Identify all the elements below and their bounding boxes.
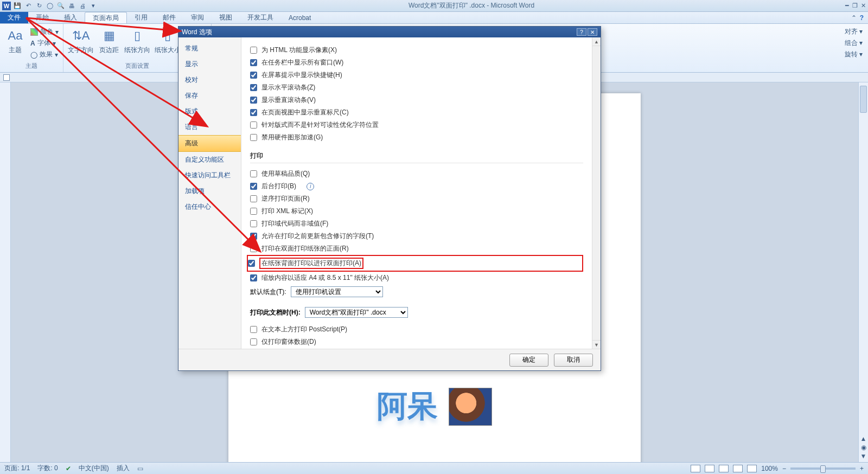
tab-view[interactable]: 视图	[212, 12, 240, 23]
chk-optimize-layout[interactable]	[250, 121, 257, 129]
chk-update-tracked[interactable]	[250, 233, 257, 240]
ribbon-minimize-icon[interactable]: ⌃	[851, 14, 857, 22]
chk-background-print[interactable]	[250, 183, 257, 190]
view-print-layout-icon[interactable]	[691, 465, 700, 472]
lbl-optimize-layout: 针对版式而不是针对可读性优化字符位置	[261, 120, 379, 130]
chk-html-pixels[interactable]	[250, 47, 257, 54]
redo-icon[interactable]: ↻	[35, 2, 43, 10]
nav-qat[interactable]: 快速访问工具栏	[178, 168, 241, 183]
nav-save[interactable]: 保存	[178, 88, 241, 104]
view-outline-icon[interactable]	[733, 465, 743, 472]
tab-references[interactable]: 引用	[127, 12, 155, 23]
size-button[interactable]: ▯纸张大小	[155, 27, 181, 55]
tab-developer[interactable]: 开发工具	[240, 12, 281, 23]
chk-vertical-ruler[interactable]	[250, 109, 257, 116]
margins-button[interactable]: ▦页边距	[98, 27, 120, 55]
dialog-close-button[interactable]: ✕	[588, 28, 597, 36]
tab-insert[interactable]: 插入	[56, 12, 85, 23]
status-words[interactable]: 字数: 0	[37, 464, 58, 473]
view-fullscreen-icon[interactable]	[705, 465, 714, 472]
nav-language[interactable]: 语言	[178, 119, 241, 135]
qat-icon[interactable]: ◯	[46, 2, 54, 10]
theme-effects[interactable]: ◯效果▾	[30, 50, 59, 59]
nav-proofing[interactable]: 校对	[178, 72, 241, 88]
chk-draft-quality[interactable]	[250, 170, 257, 177]
tab-selector[interactable]	[3, 74, 10, 81]
tab-home[interactable]: 开始	[28, 12, 56, 23]
lbl-form-data-only: 仅打印窗体数据(D)	[261, 337, 316, 347]
status-macro-icon[interactable]: ▭	[137, 465, 143, 472]
chk-screentips-shortcut[interactable]	[250, 72, 257, 79]
orientation-button[interactable]: ▯纸张方向	[124, 27, 150, 55]
themes-button[interactable]: Aa 主题	[4, 27, 26, 55]
zoom-slider[interactable]	[790, 467, 856, 470]
minimize-button[interactable]: ━	[845, 2, 849, 9]
chk-reverse-order[interactable]	[250, 195, 257, 202]
view-draft-icon[interactable]	[747, 465, 757, 472]
status-proof-icon[interactable]: ✔	[66, 465, 71, 472]
nav-addins[interactable]: 加载项	[178, 183, 241, 199]
dialog-help-button[interactable]: ?	[577, 28, 586, 36]
chk-form-data-only[interactable]	[250, 338, 257, 345]
align-label[interactable]: 对齐	[845, 28, 858, 35]
chk-postscript-over[interactable]	[250, 326, 257, 333]
zoom-out-button[interactable]: −	[782, 465, 786, 472]
help-icon[interactable]: ?	[860, 14, 864, 22]
chk-field-codes[interactable]	[250, 220, 257, 227]
chk-taskbar-windows[interactable]	[250, 59, 257, 66]
save-icon[interactable]: 💾	[13, 2, 22, 10]
status-page[interactable]: 页面: 1/1	[4, 464, 30, 473]
tab-acrobat[interactable]: Acrobat	[281, 12, 318, 23]
chk-hscroll[interactable]	[250, 84, 257, 91]
restore-button[interactable]: ❐	[852, 2, 858, 9]
select-default-tray[interactable]: 使用打印机设置	[291, 286, 383, 297]
info-icon[interactable]: i	[307, 183, 314, 190]
lbl-duplex-back-box: 在纸张背面打印以进行双面打印(A)	[259, 258, 363, 269]
status-insert-mode[interactable]: 插入	[117, 464, 130, 473]
nav-customize-ribbon[interactable]: 自定义功能区	[178, 152, 241, 168]
select-print-this-doc[interactable]: Word文档"双面打印" .docx	[305, 307, 408, 318]
scroll-up-icon[interactable]: ▲	[592, 37, 601, 46]
print-icon[interactable]: 🖶	[67, 2, 76, 10]
next-page-icon[interactable]: ▼	[860, 452, 867, 460]
tab-mailings[interactable]: 邮件	[155, 12, 183, 23]
cancel-button[interactable]: 取消	[554, 354, 593, 367]
scroll-thumb[interactable]	[860, 86, 867, 113]
chk-print-xml[interactable]	[250, 208, 257, 215]
chk-duplex-back[interactable]	[248, 260, 255, 267]
dialog-titlebar[interactable]: Word 选项 ? ✕	[178, 27, 601, 37]
nav-advanced[interactable]: 高级	[178, 135, 241, 152]
chk-duplex-front[interactable]	[250, 245, 257, 252]
theme-fonts[interactable]: A字体▾	[30, 39, 59, 48]
theme-colors[interactable]: 颜色▾	[30, 27, 59, 36]
dialog-scrollbar[interactable]: ▲ ▼	[592, 37, 601, 349]
browse-object-icon[interactable]: ◉	[861, 444, 866, 451]
nav-layout[interactable]: 版式	[178, 104, 241, 119]
zoom-level[interactable]: 100%	[761, 465, 778, 472]
scroll-down-icon[interactable]: ▼	[592, 340, 601, 349]
nav-trust[interactable]: 信任中心	[178, 199, 241, 215]
tab-file[interactable]: 文件	[0, 12, 28, 23]
status-language[interactable]: 中文(中国)	[79, 464, 109, 473]
chk-scale-a4[interactable]	[250, 274, 257, 281]
tab-review[interactable]: 审阅	[183, 12, 212, 23]
tab-page-layout[interactable]: 页面布局	[85, 12, 127, 23]
vertical-scrollbar[interactable]: ▲ ◉ ▼	[858, 82, 868, 462]
prev-page-icon[interactable]: ▲	[860, 435, 867, 443]
quick-print-icon[interactable]: 🖨	[78, 2, 87, 10]
view-web-icon[interactable]	[719, 465, 729, 472]
chk-vscroll[interactable]	[250, 97, 257, 104]
qat-dropdown-icon[interactable]: ▾	[89, 2, 98, 10]
undo-icon[interactable]: ↶	[24, 2, 33, 10]
close-button[interactable]: ✕	[861, 2, 866, 9]
zoom-in-button[interactable]: +	[860, 465, 864, 472]
nav-display[interactable]: 显示	[178, 56, 241, 72]
text-direction-button[interactable]: ⇅A文字方向	[68, 27, 94, 55]
chk-disable-hwaccel[interactable]	[250, 134, 257, 141]
nav-general[interactable]: 常规	[178, 41, 241, 56]
status-bar: 页面: 1/1 字数: 0 ✔ 中文(中国) 插入 ▭ 100% − +	[0, 462, 868, 474]
rotate-label[interactable]: 旋转	[845, 50, 858, 58]
group-label[interactable]: 组合	[845, 39, 858, 47]
ok-button[interactable]: 确定	[509, 354, 548, 367]
preview-icon[interactable]: 🔍	[56, 2, 65, 10]
